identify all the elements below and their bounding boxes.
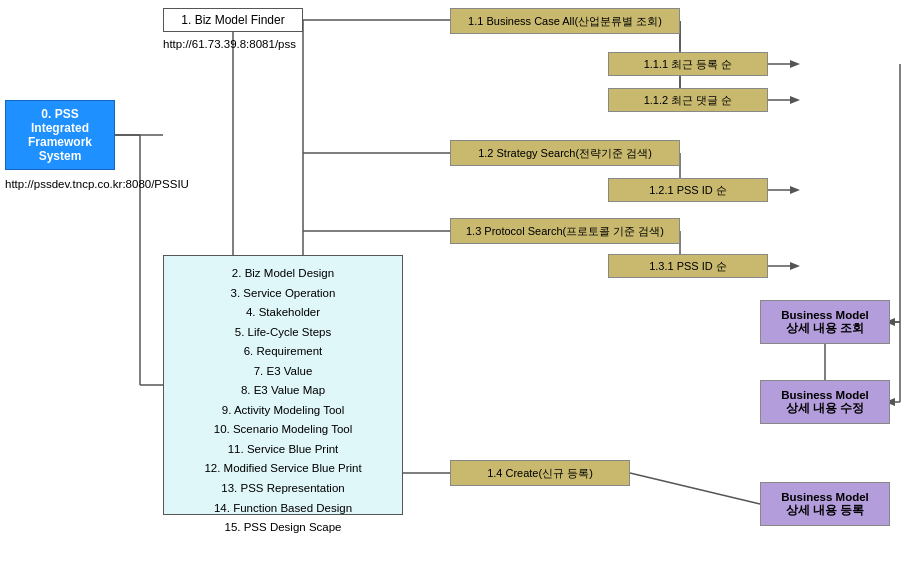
biz-finder-node: 1. Biz Model Finder xyxy=(163,8,303,32)
node-12: 1.2 Strategy Search(전략기준 검색) xyxy=(450,140,680,166)
n121-label: 1.2.1 PSS ID 순 xyxy=(649,183,727,198)
bm-create-label: Business Model 상세 내용 등록 xyxy=(781,491,869,518)
svg-marker-27 xyxy=(790,186,800,194)
biz-finder-label: 1. Biz Model Finder xyxy=(181,13,284,27)
n112-label: 1.1.2 최근 댓글 순 xyxy=(644,93,733,108)
svg-marker-29 xyxy=(790,262,800,270)
bm-view-label: Business Model 상세 내용 조회 xyxy=(781,309,869,336)
bm-edit-node: Business Model 상세 내용 수정 xyxy=(760,380,890,424)
pss-node: 0. PSS Integrated Framework System xyxy=(5,100,115,170)
list-item: 8. E3 Value Map xyxy=(174,381,392,401)
bm-view-node: Business Model 상세 내용 조회 xyxy=(760,300,890,344)
list-item: 4. Stakeholder xyxy=(174,303,392,323)
list-item: 12. Modified Service Blue Print xyxy=(174,459,392,479)
n131-label: 1.3.1 PSS ID 순 xyxy=(649,259,727,274)
n111-label: 1.1.1 최근 등록 순 xyxy=(644,57,733,72)
node-111: 1.1.1 최근 등록 순 xyxy=(608,52,768,76)
bm-edit-label: Business Model 상세 내용 수정 xyxy=(781,389,869,416)
svg-marker-25 xyxy=(790,96,800,104)
list-item: 2. Biz Model Design xyxy=(174,264,392,284)
bm-create-node: Business Model 상세 내용 등록 xyxy=(760,482,890,526)
list-item: 9. Activity Modeling Tool xyxy=(174,401,392,421)
list-item: 13. PSS Representation xyxy=(174,479,392,499)
n12-label: 1.2 Strategy Search(전략기준 검색) xyxy=(478,146,652,161)
list-item: 3. Service Operation xyxy=(174,284,392,304)
node-112: 1.1.2 최근 댓글 순 xyxy=(608,88,768,112)
svg-line-40 xyxy=(630,473,760,504)
node-121: 1.2.1 PSS ID 순 xyxy=(608,178,768,202)
n11-label: 1.1 Business Case All(산업분류별 조회) xyxy=(468,14,662,29)
list-item: 7. E3 Value xyxy=(174,362,392,382)
list-items: 2. Biz Model Design3. Service Operation4… xyxy=(174,264,392,538)
node-11: 1.1 Business Case All(산업분류별 조회) xyxy=(450,8,680,34)
list-node: 2. Biz Model Design3. Service Operation4… xyxy=(163,255,403,515)
diagram-container: 0. PSS Integrated Framework System http:… xyxy=(0,0,914,576)
node-131: 1.3.1 PSS ID 순 xyxy=(608,254,768,278)
node-14: 1.4 Create(신규 등록) xyxy=(450,460,630,486)
list-item: 15. PSS Design Scape xyxy=(174,518,392,538)
biz-finder-url: http://61.73.39.8:8081/pss xyxy=(163,38,296,50)
list-item: 10. Scenario Modeling Tool xyxy=(174,420,392,440)
list-item: 5. Life-Cycle Steps xyxy=(174,323,392,343)
list-item: 14. Function Based Design xyxy=(174,499,392,519)
node-13: 1.3 Protocol Search(프로토콜 기준 검색) xyxy=(450,218,680,244)
svg-marker-23 xyxy=(790,60,800,68)
n14-label: 1.4 Create(신규 등록) xyxy=(487,466,593,481)
list-item: 6. Requirement xyxy=(174,342,392,362)
n13-label: 1.3 Protocol Search(프로토콜 기준 검색) xyxy=(466,224,664,239)
pss-label: 0. PSS Integrated Framework System xyxy=(28,107,92,163)
list-item: 11. Service Blue Print xyxy=(174,440,392,460)
pss-url: http://pssdev.tncp.co.kr:8080/PSSIU xyxy=(5,178,189,190)
